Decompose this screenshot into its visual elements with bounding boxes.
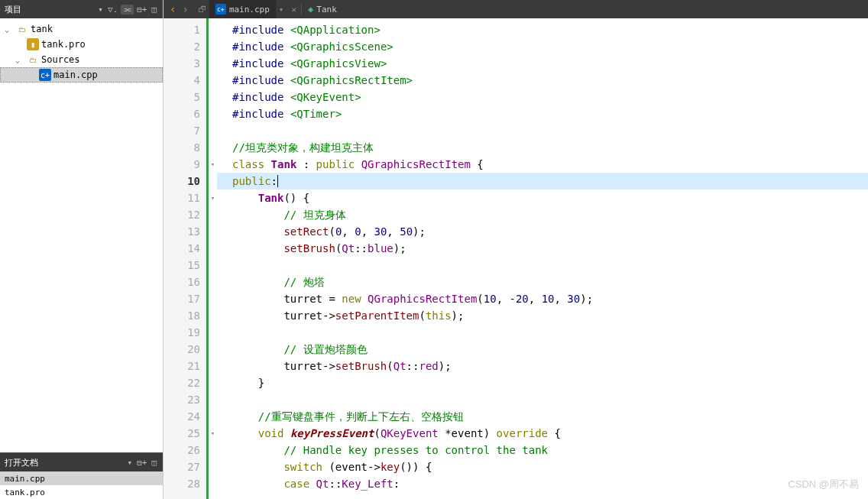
code-line[interactable]: #include <QApplication>	[217, 21, 868, 38]
code-line[interactable]: public:	[217, 173, 868, 190]
code-line[interactable]: setBrush(Qt::blue);	[217, 240, 868, 257]
code-editor[interactable]: 1234567891011121314151617181920212223242…	[164, 18, 868, 499]
tab-close-icon[interactable]: ✕	[287, 5, 301, 15]
code-line[interactable]	[217, 391, 868, 408]
tree-label: tank.pro	[41, 39, 86, 50]
docs-panel-header: 打开文档 ▾ ⊟+ ◫	[0, 453, 163, 471]
doc-item[interactable]: main.cpp	[0, 471, 163, 485]
code-line[interactable]: #include <QGraphicsView>	[217, 55, 868, 72]
code-line[interactable]: #include <QTimer>	[217, 105, 868, 122]
expand-icon[interactable]: ⊟+	[135, 5, 148, 15]
editor-tab[interactable]: c+ main.cpp	[209, 0, 276, 18]
code-line[interactable]: #include <QKeyEvent>	[217, 89, 868, 105]
line-number[interactable]: 4	[164, 72, 206, 89]
line-gutter[interactable]: 1234567891011121314151617181920212223242…	[164, 18, 206, 499]
code-line[interactable]: // 坦克身体	[217, 206, 868, 223]
project-panel-header: 项目 ▾ ▽. ⫘ ⊟+ ◫	[0, 0, 163, 18]
tree-item-main[interactable]: c+ main.cpp	[0, 67, 163, 83]
fold-strip[interactable]: ▾▾▾	[206, 18, 217, 499]
code-line[interactable]: Tank() {	[217, 190, 868, 206]
line-number[interactable]: 9	[164, 156, 206, 173]
line-number[interactable]: 25	[164, 425, 206, 442]
code-line[interactable]: //坦克类对象，构建坦克主体	[217, 139, 868, 156]
code-line[interactable]: }	[217, 374, 868, 391]
split-icon[interactable]: ◫	[150, 5, 158, 15]
cpp-file-icon: c+	[215, 4, 226, 15]
tree-item-sources[interactable]: ⌄ 🗀 Sources	[0, 52, 163, 67]
collapse-icon[interactable]: ⌄	[15, 56, 24, 64]
dropdown-icon[interactable]: ▾	[126, 458, 134, 468]
line-number[interactable]: 21	[164, 358, 206, 374]
line-number[interactable]: 16	[164, 274, 206, 290]
project-tree[interactable]: ⌄ 🗀 tank ▮ tank.pro ⌄ 🗀 Sources c+ main.…	[0, 18, 163, 452]
code-line[interactable]: #include <QGraphicsScene>	[217, 38, 868, 55]
nav-back-icon[interactable]: ‹	[168, 3, 177, 15]
lock-icon[interactable]: 🗗	[195, 5, 209, 15]
tree-label: Sources	[41, 54, 80, 65]
folder-icon: 🗀	[27, 53, 39, 66]
line-number[interactable]: 23	[164, 391, 206, 408]
code-line[interactable]	[217, 324, 868, 341]
code-line[interactable]: switch (event->key()) {	[217, 458, 868, 475]
line-number[interactable]: 5	[164, 89, 206, 105]
line-number[interactable]: 17	[164, 290, 206, 307]
line-number[interactable]: 1	[164, 21, 206, 38]
line-number[interactable]: 13	[164, 223, 206, 240]
line-number[interactable]: 8	[164, 139, 206, 156]
line-number[interactable]: 11	[164, 190, 206, 206]
line-number[interactable]: 15	[164, 257, 206, 274]
tree-label: main.cpp	[53, 70, 98, 80]
tree-root[interactable]: ⌄ 🗀 tank	[0, 21, 163, 37]
code-line[interactable]	[217, 257, 868, 274]
sidebar: 项目 ▾ ▽. ⫘ ⊟+ ◫ ⌄ 🗀 tank ▮ tan	[0, 0, 164, 499]
code-line[interactable]: class Tank : public QGraphicsRectItem {	[217, 156, 868, 173]
line-number[interactable]: 3	[164, 55, 206, 72]
code-line[interactable]	[217, 122, 868, 139]
line-number[interactable]: 7	[164, 122, 206, 139]
code-line[interactable]: turret->setBrush(Qt::red);	[217, 358, 868, 374]
code-line[interactable]: // Handle key presses to control the tan…	[217, 442, 868, 458]
tab-dropdown-icon[interactable]: ▾	[276, 5, 287, 15]
editor-tabbar: ‹ › 🗗 c+ main.cpp ▾ ✕ ◈ Tank	[164, 0, 868, 18]
tab-label: main.cpp	[229, 5, 270, 15]
line-number[interactable]: 2	[164, 38, 206, 55]
line-number[interactable]: 19	[164, 324, 206, 341]
cpp-file-icon: c+	[39, 69, 51, 81]
line-number[interactable]: 18	[164, 307, 206, 324]
code-line[interactable]: //重写键盘事件，判断上下左右、空格按钮	[217, 408, 868, 425]
tree-item-pro[interactable]: ▮ tank.pro	[0, 37, 163, 52]
code-line[interactable]: turret->setParentItem(this);	[217, 307, 868, 324]
line-number[interactable]: 26	[164, 442, 206, 458]
line-number[interactable]: 24	[164, 408, 206, 425]
line-number[interactable]: 28	[164, 475, 206, 492]
split-icon[interactable]: ◫	[150, 458, 158, 468]
code-line[interactable]: case Qt::Key_Left:	[217, 475, 868, 492]
line-number[interactable]: 14	[164, 240, 206, 257]
fold-icon[interactable]: ▾	[209, 425, 217, 442]
expand-icon[interactable]: ⊟+	[135, 458, 148, 468]
symbol-selector[interactable]: ◈ Tank	[301, 4, 343, 15]
code-line[interactable]: #include <QGraphicsRectItem>	[217, 72, 868, 89]
line-number[interactable]: 22	[164, 374, 206, 391]
code-line[interactable]: turret = new QGraphicsRectItem(10, -20, …	[217, 290, 868, 307]
code-line[interactable]: // 炮塔	[217, 274, 868, 290]
fold-icon[interactable]: ▾	[209, 156, 217, 173]
docs-list: main.cpp tank.pro	[0, 471, 163, 499]
code-line[interactable]: void keyPressEvent(QKeyEvent *event) ove…	[217, 425, 868, 442]
line-number[interactable]: 6	[164, 105, 206, 122]
doc-item[interactable]: tank.pro	[0, 485, 163, 499]
fold-icon[interactable]: ▾	[209, 190, 217, 206]
line-number[interactable]: 20	[164, 341, 206, 358]
symbol-label: Tank	[316, 5, 337, 15]
nav-forward-icon[interactable]: ›	[180, 3, 189, 15]
code-line[interactable]: setRect(0, 0, 30, 50);	[217, 223, 868, 240]
link-icon[interactable]: ⫘	[121, 5, 134, 15]
code-area[interactable]: #include <QApplication>#include <QGraphi…	[217, 18, 868, 499]
line-number[interactable]: 10	[164, 173, 206, 190]
dropdown-icon[interactable]: ▾	[96, 5, 105, 15]
collapse-icon[interactable]: ⌄	[5, 25, 14, 34]
filter-icon[interactable]: ▽.	[106, 5, 119, 15]
line-number[interactable]: 27	[164, 458, 206, 475]
code-line[interactable]: // 设置炮塔颜色	[217, 341, 868, 358]
line-number[interactable]: 12	[164, 206, 206, 223]
